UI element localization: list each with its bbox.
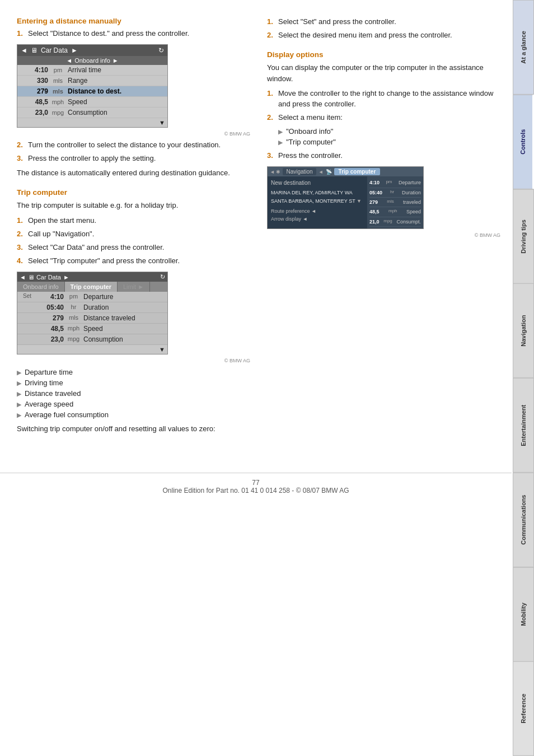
- car-data-header-1: ◄ 🖥 Car Data ► ↻: [17, 45, 167, 56]
- nav-top-bar: ◄ ✱ Navigation ◄ 📡 Trip computer: [268, 167, 423, 176]
- tab-controls[interactable]: Controls: [513, 95, 534, 189]
- nav-data-row: 4:10 pm Departure: [369, 178, 421, 188]
- image-caption-3: © BMW AG: [267, 232, 500, 238]
- tab-limit[interactable]: Limit ►: [118, 282, 150, 292]
- nav-data-row: 05:40 hr Duration: [369, 188, 421, 198]
- right-column: 1. Select "Set" and press the controller…: [267, 17, 500, 439]
- trip-row: 279 mls Distance traveled: [17, 313, 167, 324]
- trip-intro: The trip computer is suitable e.g. for a…: [17, 200, 250, 211]
- list-item: 3. Press the controller to apply the set…: [17, 153, 250, 164]
- section-heading-entering: Entering a distance manually: [17, 17, 250, 25]
- tab-communications[interactable]: Communications: [513, 473, 534, 567]
- main-content: Entering a distance manually 1. Select "…: [0, 0, 512, 450]
- list-item: ▶ Departure time: [17, 368, 250, 376]
- entering-steps-2: 2. Turn the controller to select the dis…: [17, 140, 250, 164]
- section-heading-trip: Trip computer: [17, 188, 250, 197]
- list-item: 3. Select "Car Data" and press the contr…: [17, 242, 250, 253]
- list-item: 1. Select "Distance to dest." and press …: [17, 29, 250, 39]
- nav-data-row: 48,5 mph Speed: [369, 207, 421, 217]
- car-data-row: 4:10 pm Arrival time: [17, 65, 167, 76]
- continued-steps: 1. Select "Set" and press the controller…: [267, 17, 500, 40]
- scroll-indicator: ▼: [17, 118, 167, 127]
- list-item: 3. Press the controller.: [267, 151, 500, 161]
- image-caption: © BMW AG: [17, 131, 250, 137]
- page-footer: 77 Online Edition for Part no. 01 41 0 0…: [0, 473, 512, 494]
- trip-row: 23,0 mpg Consumption: [17, 334, 167, 345]
- display-steps: 1. Move the controller to the right to c…: [267, 88, 500, 123]
- car-data-row-highlighted: 279 mls Distance to dest.: [17, 86, 167, 97]
- tab-mobility[interactable]: Mobility: [513, 567, 534, 662]
- trip-row: 48,5 mph Speed: [17, 324, 167, 334]
- list-item: 1. Move the controller to the right to c…: [267, 88, 500, 109]
- list-item: 2. Select the desired menu item and pres…: [267, 30, 500, 40]
- list-item: 1. Open the start menu.: [17, 216, 250, 226]
- tab-trip-computer[interactable]: Trip computer: [65, 282, 118, 292]
- list-item: ▶ Average speed: [17, 400, 250, 408]
- list-item: ▶ "Trip computer": [278, 138, 500, 146]
- closing-text: Switching trip computer on/off and reset…: [17, 423, 250, 435]
- list-item: 2. Call up "Navigation".: [17, 229, 250, 239]
- car-data-row: 48,5 mph Speed: [17, 97, 167, 108]
- nav-data-row: 279 mls traveled: [369, 198, 421, 207]
- trip-row: 05:40 hr Duration: [17, 302, 167, 313]
- side-tabs: At a glance Controls Driving tips Naviga…: [513, 0, 534, 756]
- tab-navigation[interactable]: Navigation: [513, 283, 534, 378]
- feature-bullet-list: ▶ Departure time ▶ Driving time ▶ Distan…: [17, 368, 250, 419]
- nav-data-panel: 4:10 pm Departure 05:40 hr Duration 279 …: [367, 176, 423, 228]
- page-number: 77: [0, 479, 512, 487]
- tab-onboard[interactable]: Onboard info: [17, 282, 65, 292]
- list-item: ▶ Distance traveled: [17, 389, 250, 398]
- tab-driving-tips[interactable]: Driving tips: [513, 189, 534, 284]
- trip-steps: 1. Open the start menu. 2. Call up "Navi…: [17, 216, 250, 267]
- car-data-widget-1: ◄ 🖥 Car Data ► ↻ ◄ Onboard info ► 4:10 p…: [17, 44, 168, 128]
- image-caption-2: © BMW AG: [17, 358, 250, 363]
- car-data-subheader-1: ◄ Onboard info ►: [17, 56, 167, 65]
- section-heading-display: Display options: [267, 50, 500, 59]
- tab-entertainment[interactable]: Entertainment: [513, 378, 534, 473]
- car-data-row: 23,0 mpg Consumption: [17, 108, 167, 118]
- display-intro: You can display the computer or the trip…: [267, 62, 500, 84]
- menu-items-list: ▶ "Onboard info" ▶ "Trip computer": [278, 127, 500, 146]
- display-step-3: 3. Press the controller.: [267, 151, 500, 161]
- trip-computer-widget: ◄ 🖥 Car Data ► ↻ Onboard info Trip compu…: [17, 272, 168, 354]
- list-item: 4. Select "Trip computer" and press the …: [17, 256, 250, 266]
- left-column: Entering a distance manually 1. Select "…: [17, 17, 250, 439]
- list-item: 2. Turn the controller to select the dis…: [17, 140, 250, 150]
- trip-tabs: Onboard info Trip computer Limit ►: [17, 282, 167, 292]
- list-item: ▶ Average fuel consumption: [17, 410, 250, 419]
- nav-route-left: New destination MARINA DEL REY, ADMIRALT…: [268, 176, 367, 228]
- entering-steps: 1. Select "Distance to dest." and press …: [17, 29, 250, 39]
- list-item: 2. Select a menu item:: [267, 113, 500, 123]
- car-data-row: 330 mls Range: [17, 76, 167, 86]
- trip-row: Set 4:10 pm Departure: [17, 292, 167, 302]
- list-item: ▶ Driving time: [17, 379, 250, 387]
- list-item: ▶ "Onboard info": [278, 127, 500, 136]
- trip-widget-header: ◄ 🖥 Car Data ► ↻: [17, 272, 167, 282]
- tab-at-a-glance[interactable]: At a glance: [513, 0, 534, 95]
- nav-data-row: 21,0 mpg Consumpt.: [369, 217, 421, 227]
- nav-route: New destination MARINA DEL REY, ADMIRALT…: [268, 176, 423, 228]
- scroll-indicator-2: ▼: [17, 345, 167, 354]
- entering-note: The distance is automatically entered du…: [17, 167, 250, 179]
- nav-screenshot: ◄ ✱ Navigation ◄ 📡 Trip computer New des…: [267, 166, 424, 229]
- footer-text: Online Edition for Part no. 01 41 0 014 …: [0, 487, 512, 494]
- list-item: 1. Select "Set" and press the controller…: [267, 17, 500, 27]
- tab-reference[interactable]: Reference: [513, 661, 534, 756]
